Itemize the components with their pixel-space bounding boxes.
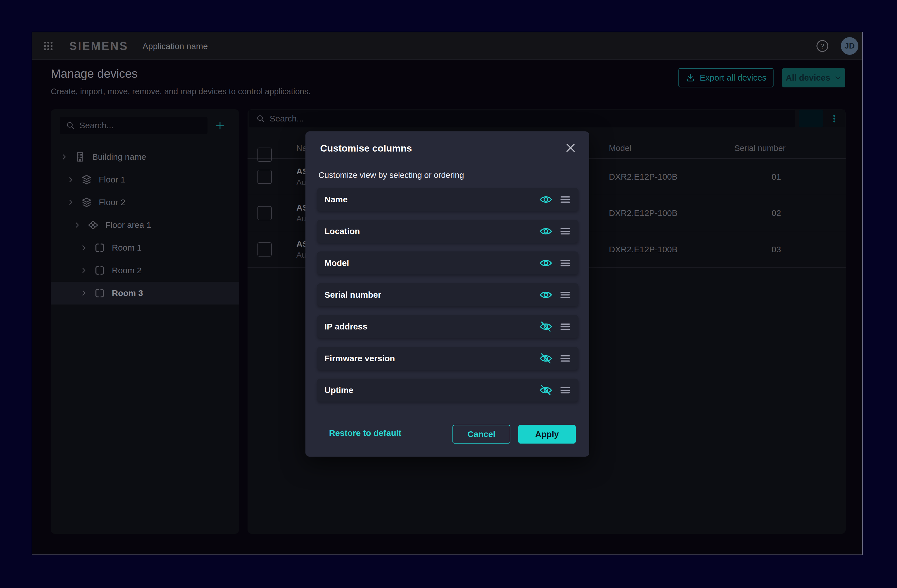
apply-button[interactable]: Apply: [518, 425, 576, 444]
avatar[interactable]: JD: [841, 37, 859, 55]
column-card-firmware-version[interactable]: Firmware version: [317, 347, 579, 370]
all-devices-dropdown[interactable]: All devices: [782, 68, 845, 87]
eye-visible-icon[interactable]: [539, 288, 553, 301]
tree-item-building[interactable]: Building name: [51, 145, 239, 168]
eye-visible-icon[interactable]: [539, 193, 553, 206]
drag-handle-icon[interactable]: [559, 321, 571, 333]
device-serial: 01: [771, 172, 781, 182]
tree-item-room-1[interactable]: Room 1: [51, 237, 239, 259]
chevron-down-icon: [834, 74, 842, 81]
device-model: DXR2.E12P-100B: [609, 172, 678, 182]
chevron-right-icon[interactable]: [73, 221, 81, 229]
drag-handle-icon[interactable]: [559, 257, 571, 269]
device-model: DXR2.E12P-100B: [609, 208, 678, 218]
table-menu-button[interactable]: [823, 110, 845, 127]
application-name: Application name: [142, 41, 208, 51]
room-icon: [94, 287, 106, 299]
table-view-button[interactable]: [799, 110, 823, 127]
eye-hidden-icon[interactable]: [539, 320, 553, 333]
floor-icon: [81, 174, 93, 186]
add-location-icon[interactable]: [215, 121, 225, 131]
apps-grid-icon[interactable]: [43, 40, 54, 52]
room-icon: [94, 264, 106, 276]
row-checkbox[interactable]: [257, 242, 272, 257]
chevron-right-icon[interactable]: [67, 176, 74, 183]
restore-to-default-link[interactable]: Restore to default: [329, 428, 401, 438]
tree-search-input[interactable]: [80, 121, 193, 130]
location-tree-panel: Building name Floor 1 Floor 2 Floor area…: [51, 109, 239, 534]
building-icon: [74, 151, 86, 163]
device-serial: 03: [771, 244, 781, 254]
download-icon: [686, 73, 695, 82]
eye-hidden-icon[interactable]: [539, 352, 553, 365]
column-card-ip-address[interactable]: IP address: [317, 315, 579, 338]
devices-search-input[interactable]: [270, 114, 701, 124]
drag-handle-icon[interactable]: [559, 352, 571, 365]
tree-item-room-2[interactable]: Room 2: [51, 259, 239, 282]
eye-hidden-icon[interactable]: [539, 384, 553, 397]
app-header: SIEMENS Application name JD: [32, 32, 862, 60]
help-icon[interactable]: [816, 40, 829, 52]
floor-icon: [81, 196, 93, 208]
tree-item-room-3[interactable]: Room 3: [51, 282, 239, 304]
close-icon[interactable]: [564, 142, 577, 154]
column-header-serial[interactable]: Serial number: [734, 144, 786, 153]
chevron-right-icon[interactable]: [67, 199, 74, 206]
tree-item-floor-area-1[interactable]: Floor area 1: [51, 214, 239, 237]
location-tree: Building name Floor 1 Floor 2 Floor area…: [51, 145, 239, 304]
search-icon: [66, 121, 75, 130]
eye-visible-icon[interactable]: [539, 257, 553, 270]
export-all-devices-button[interactable]: Export all devices: [678, 68, 773, 87]
column-header-model[interactable]: Model: [609, 144, 631, 153]
page-subtitle: Create, import, move, remove, and map de…: [51, 87, 311, 96]
drag-handle-icon[interactable]: [559, 225, 571, 238]
column-card-uptime[interactable]: Uptime: [317, 379, 579, 402]
device-model: DXR2.E12P-100B: [609, 244, 678, 254]
page-title: Manage devices: [51, 67, 138, 81]
eye-visible-icon[interactable]: [539, 225, 553, 238]
modal-subtitle: Customize view by selecting or ordering: [318, 171, 464, 180]
chevron-right-icon[interactable]: [80, 244, 87, 251]
cancel-button[interactable]: Cancel: [453, 425, 510, 444]
column-card-location[interactable]: Location: [317, 220, 579, 243]
drag-handle-icon[interactable]: [559, 193, 571, 206]
column-card-name[interactable]: Name: [317, 188, 579, 211]
tree-item-floor-2[interactable]: Floor 2: [51, 191, 239, 214]
column-list: Name Location Model Serial number IP add…: [317, 188, 579, 402]
chevron-right-icon[interactable]: [80, 267, 87, 274]
chevron-right-icon[interactable]: [80, 289, 87, 297]
column-card-model[interactable]: Model: [317, 251, 579, 275]
customise-columns-modal: Customise columns Customize view by sele…: [305, 131, 589, 457]
floor-area-icon: [87, 219, 99, 231]
row-checkbox[interactable]: [257, 206, 272, 220]
tree-search[interactable]: [60, 117, 208, 134]
drag-handle-icon[interactable]: [559, 384, 571, 396]
device-serial: 02: [771, 208, 781, 218]
column-card-serial-number[interactable]: Serial number: [317, 283, 579, 306]
row-checkbox[interactable]: [257, 170, 272, 184]
drag-handle-icon[interactable]: [559, 289, 571, 301]
chevron-right-icon[interactable]: [60, 153, 68, 160]
kebab-menu-icon: [830, 114, 839, 124]
modal-title: Customise columns: [320, 143, 412, 154]
room-icon: [94, 242, 106, 254]
search-icon: [256, 114, 265, 123]
devices-search[interactable]: [249, 110, 795, 127]
tree-item-floor-1[interactable]: Floor 1: [51, 168, 239, 191]
brand-logo: SIEMENS: [69, 40, 128, 52]
